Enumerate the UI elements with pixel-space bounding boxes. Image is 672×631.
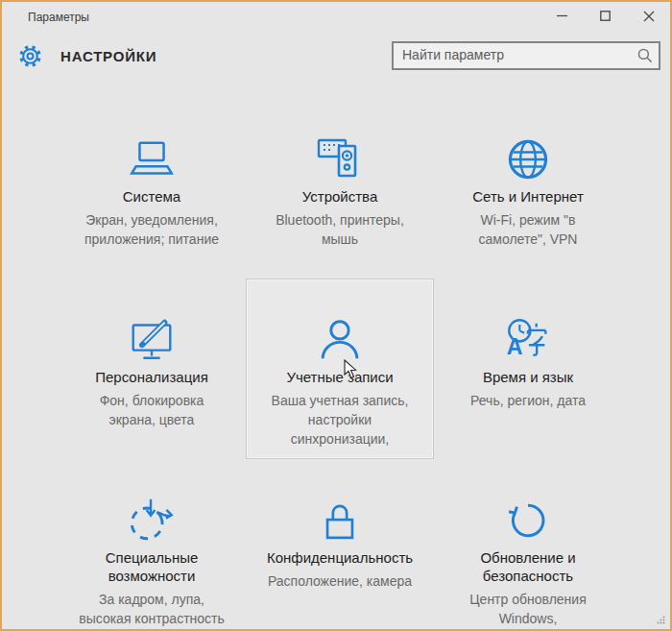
tile-subtitle: Ваша учетная запись, настройки синхрониз… xyxy=(272,391,409,449)
brush-monitor-icon xyxy=(126,316,178,364)
tile-title: Специальные возможности xyxy=(106,549,199,586)
tile-update-security[interactable]: Обновление и безопасность Центр обновлен… xyxy=(434,459,622,631)
tile-subtitle: Речь, регион, дата xyxy=(470,391,586,410)
maximize-icon xyxy=(600,11,611,21)
tile-title: Конфиденциальность xyxy=(267,549,413,568)
tile-devices[interactable]: Устройства Bluetooth, принтеры, мышь xyxy=(246,98,434,279)
tile-system[interactable]: Система Экран, уведомления, приложения; … xyxy=(58,98,246,279)
tile-title: Учетные записи xyxy=(286,369,393,387)
tile-subtitle: Центр обновления Windows, xyxy=(469,590,587,628)
tile-subtitle: Bluetooth, принтеры, мышь xyxy=(276,210,404,249)
tile-subtitle: Wi-Fi, режим "в самолете", VPN xyxy=(479,210,578,249)
settings-header: НАСТРОЙКИ xyxy=(2,31,670,72)
tile-accounts[interactable]: Учетные записи Ваша учетная запись, наст… xyxy=(246,279,434,459)
minimize-icon xyxy=(557,11,567,21)
tile-title: Обновление и безопасность xyxy=(480,549,575,586)
tile-subtitle: Расположение, камера xyxy=(268,571,412,591)
settings-grid: Система Экран, уведомления, приложения; … xyxy=(58,98,622,631)
clock-language-icon: A xyxy=(502,316,554,364)
ease-of-access-icon xyxy=(126,496,178,546)
tile-subtitle: За кадром, лупа, высокая контрастность xyxy=(79,590,225,628)
titlebar: Параметры xyxy=(2,2,670,31)
tile-network[interactable]: Сеть и Интернет Wi-Fi, режим "в самолете… xyxy=(434,98,622,279)
tile-title: Система xyxy=(123,188,180,206)
globe-icon xyxy=(503,134,553,184)
gear-icon xyxy=(18,44,42,68)
tile-title: Персонализация xyxy=(95,369,208,387)
tile-time-language[interactable]: A Время и язык Речь, регион, дата xyxy=(434,279,622,459)
devices-icon xyxy=(316,135,364,183)
person-icon xyxy=(314,315,366,365)
settings-window: Параметры НАСТРОЙКИ xyxy=(0,0,672,631)
search-input[interactable] xyxy=(392,41,660,70)
page-title: НАСТРОЙКИ xyxy=(60,48,156,64)
magnifier-icon xyxy=(637,48,653,63)
resize-grip-icon[interactable] xyxy=(657,616,665,624)
maximize-button[interactable] xyxy=(584,2,627,30)
window-controls xyxy=(540,2,670,30)
tile-ease-of-access[interactable]: Специальные возможности За кадром, лупа,… xyxy=(58,459,246,631)
tile-privacy[interactable]: Конфиденциальность Расположение, камера xyxy=(246,459,434,631)
close-button[interactable] xyxy=(627,2,670,30)
search-box xyxy=(392,41,660,70)
tile-title: Устройства xyxy=(302,188,377,206)
close-icon xyxy=(643,11,655,22)
laptop-icon xyxy=(126,139,178,180)
tile-title: Время и язык xyxy=(483,369,573,387)
tile-subtitle: Экран, уведомления, приложения; питание xyxy=(84,210,219,249)
tile-subtitle: Фон, блокировка экрана, цвета xyxy=(100,391,204,429)
tile-personalization[interactable]: Персонализация Фон, блокировка экрана, ц… xyxy=(58,279,246,459)
tile-title: Сеть и Интернет xyxy=(472,188,584,206)
minimize-button[interactable] xyxy=(540,2,584,30)
lock-icon xyxy=(316,497,364,545)
window-title: Параметры xyxy=(2,2,89,24)
refresh-icon xyxy=(503,496,553,546)
svg-text:A: A xyxy=(507,334,523,359)
